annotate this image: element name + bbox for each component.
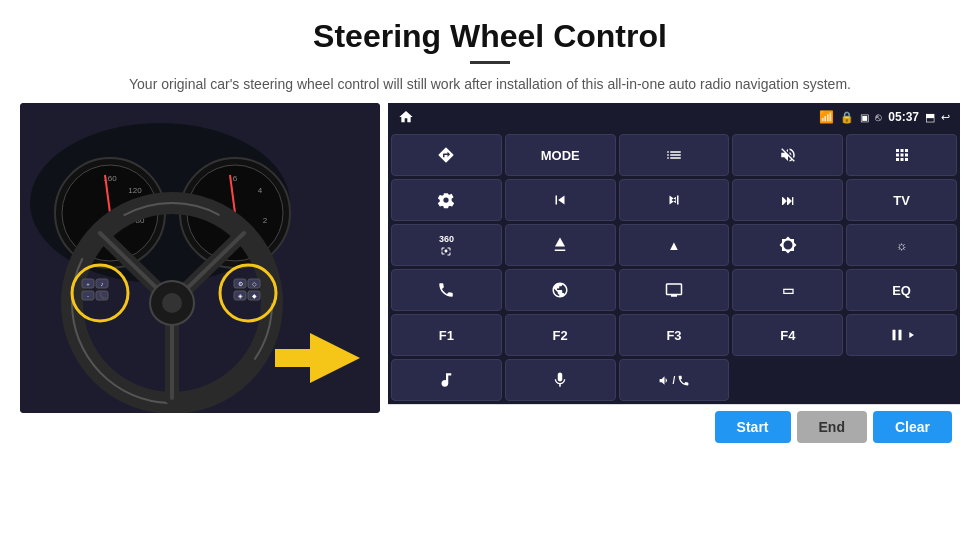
- btn-f4[interactable]: F3: [619, 314, 730, 356]
- svg-text:◆: ◆: [252, 293, 257, 299]
- svg-text:6: 6: [233, 174, 238, 183]
- btn-radio[interactable]: ▲: [619, 224, 730, 266]
- header-section: Steering Wheel Control Your original car…: [0, 0, 980, 103]
- btn-mode[interactable]: MODE: [505, 134, 616, 176]
- page-wrapper: Steering Wheel Control Your original car…: [0, 0, 980, 544]
- svg-text:◇: ◇: [252, 281, 257, 287]
- btn-f3[interactable]: F2: [505, 314, 616, 356]
- status-time: 05:37: [888, 110, 919, 124]
- btn-tv[interactable]: ⏭: [732, 179, 843, 221]
- svg-text:+: +: [86, 281, 90, 287]
- btn-eject[interactable]: [505, 224, 616, 266]
- btn-music[interactable]: [391, 359, 502, 401]
- subtitle-text: Your original car's steering wheel contr…: [40, 74, 940, 95]
- svg-text:◈: ◈: [238, 293, 243, 299]
- status-bar-left: [398, 109, 414, 125]
- lock-icon: 🔒: [840, 111, 854, 124]
- btn-settings[interactable]: [391, 179, 502, 221]
- title-divider: [470, 61, 510, 64]
- btn-mute[interactable]: [732, 134, 843, 176]
- svg-text:120: 120: [128, 186, 142, 195]
- button-grid: MODE ⏭: [388, 131, 960, 404]
- cast-icon: ⬒: [925, 111, 935, 124]
- btn-empty-1: [732, 359, 843, 401]
- status-bar: 📶 🔒 ▣ ⎋ 05:37 ⬒ ↩: [388, 103, 960, 131]
- btn-play-pause[interactable]: [846, 314, 957, 356]
- btn-volume-answer[interactable]: /: [619, 359, 730, 401]
- btn-navigate[interactable]: [391, 134, 502, 176]
- end-button[interactable]: End: [797, 411, 867, 443]
- btn-list[interactable]: [619, 134, 730, 176]
- svg-text:-: -: [87, 293, 89, 299]
- bluetooth-icon: ⎋: [875, 111, 882, 123]
- svg-text:♪: ♪: [101, 281, 104, 287]
- svg-text:⚙: ⚙: [238, 281, 243, 287]
- svg-text:📞: 📞: [99, 292, 107, 300]
- action-bar: Start End Clear: [388, 404, 960, 449]
- clear-button[interactable]: Clear: [873, 411, 952, 443]
- page-title: Steering Wheel Control: [40, 18, 940, 55]
- steering-wheel-image: 0 80 120 160 0 2 4 6: [20, 103, 380, 413]
- start-button[interactable]: Start: [715, 411, 791, 443]
- svg-rect-45: [275, 349, 313, 367]
- svg-point-25: [162, 293, 182, 313]
- sd-icon: ▣: [860, 112, 869, 123]
- btn-screen[interactable]: [619, 269, 730, 311]
- btn-f5[interactable]: F4: [732, 314, 843, 356]
- btn-brightness[interactable]: [732, 224, 843, 266]
- btn-empty-2: [846, 359, 957, 401]
- btn-media[interactable]: TV: [846, 179, 957, 221]
- btn-f1[interactable]: EQ: [846, 269, 957, 311]
- btn-360[interactable]: 360: [391, 224, 502, 266]
- content-area: 0 80 120 160 0 2 4 6: [0, 103, 980, 544]
- btn-eq[interactable]: ▭: [732, 269, 843, 311]
- back-icon: ↩: [941, 111, 950, 124]
- control-panel: 📶 🔒 ▣ ⎋ 05:37 ⬒ ↩: [388, 103, 960, 449]
- home-icon: [398, 109, 414, 125]
- svg-text:2: 2: [263, 216, 268, 225]
- btn-prev[interactable]: [505, 179, 616, 221]
- svg-text:4: 4: [258, 186, 263, 195]
- btn-apps[interactable]: [846, 134, 957, 176]
- btn-f2[interactable]: F1: [391, 314, 502, 356]
- btn-next[interactable]: [619, 179, 730, 221]
- btn-phone[interactable]: [391, 269, 502, 311]
- wifi-icon: 📶: [819, 110, 834, 124]
- btn-dvd[interactable]: ☼: [846, 224, 957, 266]
- btn-nav2[interactable]: [505, 269, 616, 311]
- btn-mic[interactable]: [505, 359, 616, 401]
- status-bar-right: 📶 🔒 ▣ ⎋ 05:37 ⬒ ↩: [819, 110, 950, 124]
